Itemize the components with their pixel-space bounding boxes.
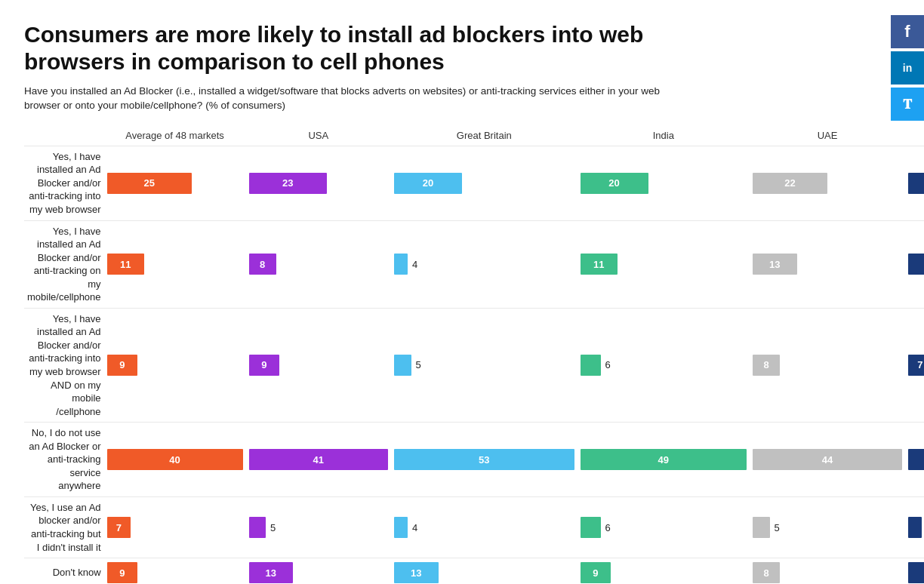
bar-cell-sweden: 5: [905, 220, 924, 308]
row-label: Don't know: [24, 558, 104, 584]
table-row: No, I do not use an Ad Blocker or anti-t…: [24, 423, 924, 497]
bar-cell-avg: 7: [104, 496, 246, 558]
bar-cell-usa: 8: [246, 220, 392, 308]
page-title: Consumers are more likely to install ad …: [24, 21, 673, 75]
bar-cell-india: 20: [578, 146, 750, 220]
table-row: Don't know913139814: [24, 558, 924, 584]
bar-cell-sweden: 21: [905, 146, 924, 220]
bar-number: 5: [270, 522, 276, 533]
bar-cell-gb: 53: [391, 423, 578, 497]
bar-number: 6: [605, 522, 611, 533]
bar-number: 4: [412, 522, 417, 533]
col-header-avg: Average of 48 markets: [104, 130, 246, 146]
facebook-button[interactable]: f: [891, 15, 924, 48]
main-container: Consumers are more likely to install ad …: [0, 0, 891, 584]
row-label: Yes, I have installed an Ad Blocker and/…: [24, 220, 104, 308]
linkedin-icon: in: [903, 62, 912, 74]
col-header-usa: USA: [246, 130, 392, 146]
bar-number: 5: [775, 522, 780, 533]
chart-table: Average of 48 markets USA Great Britain …: [24, 130, 924, 584]
row-label: Yes, I have installed an Ad Blocker and/…: [24, 146, 104, 220]
bar-cell-avg: 9: [104, 558, 246, 584]
col-header-sweden: Sweden: [905, 130, 924, 146]
bar-number: 6: [605, 359, 611, 370]
bar-cell-avg: 9: [104, 308, 246, 422]
table-row: Yes, I have installed an Ad Blocker and/…: [24, 146, 924, 220]
bar-cell-uae: 8: [750, 308, 905, 422]
twitter-icon: 𝐓: [903, 97, 912, 112]
col-header-india: India: [578, 130, 750, 146]
bar-cell-usa: 23: [246, 146, 392, 220]
bar-cell-uae: 8: [750, 558, 905, 584]
bar-number: 5: [416, 359, 421, 370]
bar-cell-gb: 4: [391, 220, 578, 308]
row-label: No, I do not use an Ad Blocker or anti-t…: [24, 423, 104, 497]
table-row: Yes, I have installed an Ad Blocker and/…: [24, 220, 924, 308]
bar-cell-gb: 20: [391, 146, 578, 220]
table-row: Yes, I have installed an Ad Blocker and/…: [24, 308, 924, 422]
col-header-gb: Great Britain: [391, 130, 578, 146]
bar-cell-sweden: 4: [905, 496, 924, 558]
bar-cell-gb: 5: [391, 308, 578, 422]
linkedin-button[interactable]: in: [891, 51, 924, 85]
bar-cell-sweden: 14: [905, 558, 924, 584]
bar-cell-india: 9: [578, 558, 750, 584]
bar-cell-uae: 22: [750, 146, 905, 220]
bar-cell-usa: 5: [246, 496, 392, 558]
row-label: Yes, I use an Ad blocker and/or anti-tra…: [24, 496, 104, 558]
row-label: Yes, I have installed an Ad Blocker and/…: [24, 308, 104, 422]
bar-cell-uae: 44: [750, 423, 905, 497]
bar-cell-india: 6: [578, 308, 750, 422]
bar-cell-avg: 11: [104, 220, 246, 308]
table-row: Yes, I use an Ad blocker and/or anti-tra…: [24, 496, 924, 558]
bar-cell-india: 11: [578, 220, 750, 308]
col-header-uae: UAE: [750, 130, 905, 146]
bar-cell-avg: 25: [104, 146, 246, 220]
bar-cell-usa: 9: [246, 308, 392, 422]
bar-cell-uae: 13: [750, 220, 905, 308]
bar-cell-gb: 13: [391, 558, 578, 584]
bar-cell-sweden: 49: [905, 423, 924, 497]
bar-cell-avg: 40: [104, 423, 246, 497]
page-subtitle: Have you installed an Ad Blocker (i.e., …: [24, 85, 673, 113]
col-header-label: [24, 130, 104, 146]
bar-cell-uae: 5: [750, 496, 905, 558]
bar-cell-gb: 4: [391, 496, 578, 558]
facebook-icon: f: [904, 22, 910, 41]
bar-number: 4: [412, 259, 417, 270]
bar-cell-sweden: 7: [905, 308, 924, 422]
twitter-button[interactable]: 𝐓: [891, 88, 924, 121]
bar-cell-usa: 13: [246, 558, 392, 584]
social-sidebar: f in 𝐓: [891, 15, 924, 121]
bar-cell-india: 49: [578, 423, 750, 497]
bar-cell-usa: 41: [246, 423, 392, 497]
bar-cell-india: 6: [578, 496, 750, 558]
